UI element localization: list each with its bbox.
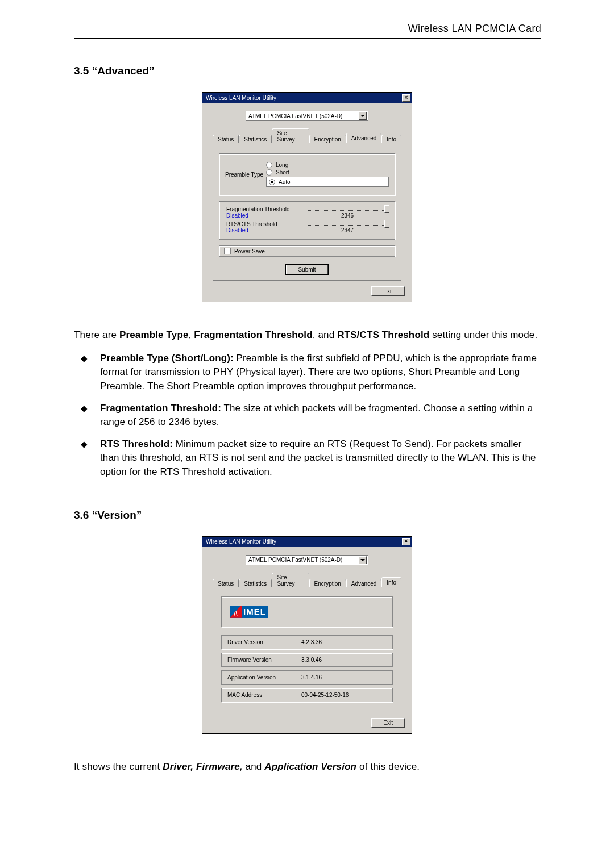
tab-info[interactable]: Info [381,577,401,587]
tab-status[interactable]: Status [213,579,239,587]
radio-long-label: Long [276,162,288,168]
chevron-down-icon[interactable] [359,556,367,564]
rts-state: Disabled [226,227,299,233]
tab-encryption[interactable]: Encryption [309,135,346,143]
tab-site-survey[interactable]: Site Survey [272,128,309,143]
atmel-logo-icon [230,606,242,618]
rts-value: 2347 [341,227,354,233]
row-firmware-version: Firmware Version 3.3.0.46 [221,653,393,667]
atmel-logo-box: IMEL [221,596,393,627]
page-header: Wireless LAN PCMCIA Card [74,23,541,39]
device-select-value: ATMEL PCMCIA FastVNET (502A-D) [248,557,359,563]
firmware-version-value: 3.3.0.46 [301,657,322,663]
row-mac-address: MAC Address 00-04-25-12-50-16 [221,688,393,702]
submit-button[interactable]: Submit [286,265,327,274]
atmel-logo-text: IMEL [243,606,266,618]
advanced-intro: There are Preamble Type, Fragmentation T… [74,328,540,343]
preamble-label: Preamble Type [225,172,266,178]
frag-slider[interactable] [308,207,387,211]
rts-label: RTS/CTS Threshold [226,221,299,227]
mac-address-label: MAC Address [227,692,301,698]
tab-bar: Status Statistics Site Survey Encryption… [213,128,401,143]
power-save-checkbox[interactable] [224,248,231,254]
exit-button[interactable]: Exit [371,718,405,728]
bullet-rts: RTS Threshold: Minimum packet size to re… [77,437,540,479]
section-heading-version: 3.6 “Version” [74,509,540,521]
dialog-titlebar: Wireless LAN Monitor Utility × [202,93,412,103]
version-description: It shows the current Driver, Firmware, a… [74,760,540,774]
radio-icon [266,169,272,176]
application-version-value: 3.1.4.16 [301,674,322,681]
device-select[interactable]: ATMEL PCMCIA FastVNET (502A-D) [246,555,368,565]
radio-auto-label: Auto [279,179,387,185]
atmel-logo: IMEL [230,606,268,618]
rts-slider[interactable] [308,222,387,226]
tab-info[interactable]: Info [381,135,401,143]
device-select-value: ATMEL PCMCIA FastVNET (502A-D) [248,113,359,119]
dialog-title: Wireless LAN Monitor Utility [206,539,402,545]
application-version-label: Application Version [227,674,301,681]
power-save-label: Power Save [234,248,265,254]
driver-version-label: Driver Version [227,639,301,645]
radio-long[interactable]: Long [266,162,389,168]
tab-encryption[interactable]: Encryption [309,579,346,587]
tab-advanced[interactable]: Advanced [346,133,381,143]
slider-thumb-icon[interactable] [384,205,389,213]
frag-value: 2346 [341,212,354,219]
tab-status[interactable]: Status [213,135,239,143]
chevron-down-icon[interactable] [359,112,367,120]
bullet-preamble: Preamble Type (Short/Long): Preamble is … [77,352,540,394]
firmware-version-label: Firmware Version [227,657,301,663]
dialog-advanced: Wireless LAN Monitor Utility × ATMEL PCM… [202,92,412,302]
dialog-version: Wireless LAN Monitor Utility × ATMEL PCM… [202,536,412,734]
driver-version-value: 4.2.3.36 [301,639,322,645]
tab-statistics[interactable]: Statistics [239,579,272,587]
radio-short[interactable]: Short [266,169,389,176]
exit-button[interactable]: Exit [371,286,405,296]
dialog-title: Wireless LAN Monitor Utility [206,95,402,101]
tab-advanced[interactable]: Advanced [346,579,381,587]
frag-label: Fragmentation Threshold [226,206,299,212]
radio-icon [269,179,275,185]
radio-auto[interactable]: Auto [266,177,389,187]
mac-address-value: 00-04-25-12-50-16 [301,692,349,698]
close-icon[interactable]: × [402,538,410,545]
tab-site-survey[interactable]: Site Survey [272,573,309,587]
section-heading-advanced: 3.5 “Advanced” [74,65,540,77]
radio-icon [266,162,272,168]
tab-statistics[interactable]: Statistics [239,135,272,143]
dialog-titlebar: Wireless LAN Monitor Utility × [202,537,412,547]
tab-bar: Status Statistics Site Survey Encryption… [213,572,401,587]
row-application-version: Application Version 3.1.4.16 [221,670,393,685]
radio-short-label: Short [276,169,289,176]
close-icon[interactable]: × [402,94,410,102]
row-driver-version: Driver Version 4.2.3.36 [221,635,393,649]
frag-state: Disabled [226,212,299,219]
device-select[interactable]: ATMEL PCMCIA FastVNET (502A-D) [246,111,368,121]
bullet-fragmentation: Fragmentation Threshold: The size at whi… [77,402,540,429]
slider-thumb-icon[interactable] [384,220,389,228]
